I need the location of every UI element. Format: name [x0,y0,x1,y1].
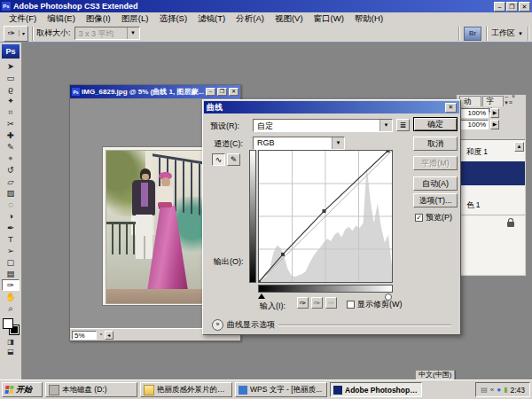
zoom-level-field[interactable]: 5% [72,331,97,340]
cancel-button[interactable]: 取消 [413,137,458,151]
panel-dock: 动作字符– × ▾≡ 100% ▶ 100% ▶ 和度 1 ▲ 色 1 [456,94,527,277]
curves-grid-chart[interactable] [258,150,393,283]
opacity-field[interactable]: 100% [460,108,489,118]
rect-marquee-tool[interactable]: ▭ [2,72,20,83]
status-options-arrow[interactable]: ◂ [105,331,113,340]
quick-selection-tool[interactable]: ✦ [2,95,20,106]
foreground-color-swatch[interactable] [3,318,13,329]
preset-options-icon[interactable]: ≣ [396,119,410,131]
menu-item-3[interactable]: 图层(L) [116,13,154,25]
document-titlebar[interactable]: Ps IMG_6829.jpg @ 5% (曲线 1, 图层蒙... – ❐ ✕ [70,85,240,98]
volume-tray-icon[interactable]: « [490,387,494,394]
checkbox-box[interactable]: ✓ [415,214,423,222]
layer-name-fragment[interactable]: 色 1 [466,200,481,211]
workspace-button[interactable]: 工作区▼ [491,27,523,39]
menu-item-2[interactable]: 图像(I) [81,13,116,25]
panel-tab-0[interactable]: 动作 [459,96,481,106]
blur-tool[interactable]: ◌ [2,199,20,210]
path-selection-tool[interactable]: ➢ [2,245,20,256]
sample-size-select[interactable]: 3 x 3 平均 ▼ [74,27,140,40]
opacity-arrow-icon[interactable]: ▶ [490,108,499,118]
move-tool[interactable]: ➤ [2,60,20,72]
black-point-slider[interactable] [258,293,265,299]
taskbar-task-1[interactable]: 艳丽质感外景片的定... [140,382,232,397]
curve-display-options-expander[interactable]: » 曲线显示选项 [212,319,451,331]
black-point-eyedropper-icon[interactable]: ✑ [297,297,309,309]
taskbar: 开始 本地磁盘 (D:)艳丽质感外景片的定...WPS 文字 - [艳丽质...… [0,379,532,399]
taskbar-task-3[interactable]: Adobe Photoshop CS3... [330,382,422,397]
curves-dialog-titlebar[interactable]: 曲线 ✕ [204,101,459,113]
notes-tool[interactable]: ▤ [2,268,20,279]
tool-preset-picker[interactable]: ✑ ▾ [4,26,28,42]
quick-mask-mode-icon[interactable]: ◨ [2,338,20,348]
printer-tray-icon[interactable]: ▤ [481,387,488,394]
taskbar-task-2[interactable]: WPS 文字 - [艳丽质... [235,382,327,397]
chevron-down-icon[interactable]: ▾ [19,30,27,36]
slice-tool[interactable]: ✂ [2,118,20,129]
white-point-eyedropper-icon[interactable]: ✑ [325,297,337,309]
menu-item-1[interactable]: 编辑(E) [42,13,81,25]
dialog-close-icon[interactable]: ✕ [445,103,457,113]
type-tool[interactable]: T [2,233,20,245]
eraser-tool[interactable]: ▱ [2,176,20,187]
shape-tool[interactable]: ▢ [2,256,20,268]
doc-maximize-button[interactable]: ❐ [217,88,227,96]
brush-tool[interactable]: ✎ [2,141,20,153]
minimize-button[interactable]: – [494,2,505,12]
auto-button[interactable]: 自动(A) [413,176,458,191]
preset-select[interactable]: 自定 ▼ [253,119,393,132]
zoom-tool[interactable]: ⌕ [2,302,20,314]
menu-item-5[interactable]: 滤镜(T) [192,13,231,25]
healing-brush-tool[interactable]: ✚ [2,129,20,141]
preview-checkbox[interactable]: ✓ 预览(P) [415,212,452,223]
wedding-photo [106,150,207,304]
photoshop-icon [333,386,342,395]
checkbox-box[interactable] [347,301,355,309]
menu-item-8[interactable]: 窗口(W) [309,13,349,25]
menu-item-0[interactable]: 文件(F) [4,13,42,25]
menu-item-7[interactable]: 视图(V) [270,13,309,25]
pen-tool[interactable]: ✒ [2,222,20,233]
battery-tray-icon[interactable]: ▮ [504,387,507,394]
hand-tool[interactable]: ✋ [2,291,20,302]
fill-arrow-icon[interactable]: ▶ [490,120,499,129]
ps-palette-logo[interactable]: Ps [2,44,20,59]
chevron-down-icon[interactable]: ▼ [127,27,139,39]
fill-field[interactable]: 100% [460,120,489,129]
close-button[interactable]: ✕ [519,2,530,12]
taskbar-task-0[interactable]: 本地磁盘 (D:) [45,382,137,397]
menu-item-9[interactable]: 帮助(H) [349,13,388,25]
start-button[interactable]: 开始 [2,382,43,397]
network-tray-icon[interactable]: ● [497,387,501,394]
dodge-tool[interactable]: ◑ [2,210,20,222]
panel-tab-1[interactable]: 字符 [482,96,505,106]
screen-mode-icon[interactable]: ⬓ [2,348,20,357]
options-button[interactable]: 选项(T)... [413,193,458,207]
restore-button[interactable]: ❐ [506,2,518,12]
clone-stamp-tool[interactable]: ⌖ [2,153,20,164]
channel-select[interactable]: RGB ▼ [253,137,345,150]
chevron-down-icon[interactable]: ▼ [379,120,392,131]
selected-layer-row[interactable] [458,161,525,185]
go-to-bridge-icon[interactable]: Br [464,27,481,41]
scroll-up-icon[interactable]: ▲ [514,142,524,152]
show-clipping-checkbox[interactable]: 显示修剪(W) [347,299,403,310]
folder-icon [144,385,154,395]
gradient-tool[interactable]: ▨ [2,187,20,199]
menu-item-6[interactable]: 分析(A) [231,13,270,25]
menu-item-4[interactable]: 选择(S) [153,13,192,25]
panel-group-controls[interactable]: – × ▾≡ [505,93,526,106]
lasso-tool[interactable]: ϱ [2,83,20,95]
chevron-down-icon[interactable]: ▼ [332,137,344,149]
doc-close-button[interactable]: ✕ [229,88,239,96]
eyedropper-tool[interactable]: ✑ [2,279,20,291]
divider [458,215,525,215]
edit-points-tool-icon[interactable]: ∿ [212,153,225,166]
crop-tool[interactable]: ⌗ [2,106,20,118]
doc-minimize-button[interactable]: – [206,88,215,96]
history-brush-tool[interactable]: ↺ [2,164,20,176]
gray-point-eyedropper-icon[interactable]: ✑ [311,297,323,309]
pencil-tool-icon[interactable]: ✎ [227,153,240,166]
ok-button[interactable]: 确定 [413,117,458,131]
layer-name-fragment[interactable]: 和度 1 [466,147,488,158]
